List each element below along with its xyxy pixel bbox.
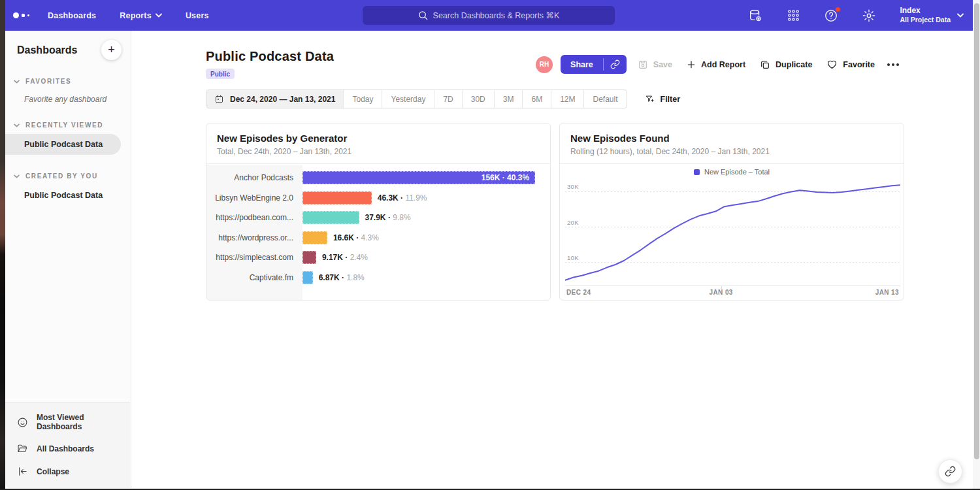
nav-reports[interactable]: Reports xyxy=(120,11,162,20)
bar[interactable]: 156K · 40.3% xyxy=(302,171,535,184)
save-label: Save xyxy=(653,60,672,69)
nav-users[interactable]: Users xyxy=(186,11,209,20)
section-recently-viewed-label: RECENTLY VIEWED xyxy=(25,122,103,129)
search-placeholder: Search Dashboards & Reports ⌘K xyxy=(433,10,560,20)
section-created-by-you[interactable]: CREATED BY YOU xyxy=(5,172,131,180)
chevron-down-icon xyxy=(14,123,20,127)
bar-track: 156K · 40.3% xyxy=(302,171,550,184)
legend-new-episode-total[interactable]: New Episode – Total xyxy=(560,165,904,179)
search-input[interactable]: Search Dashboards & Reports ⌘K xyxy=(363,6,615,25)
bar-value: 156K · 40.3% xyxy=(482,173,534,182)
gear-icon[interactable] xyxy=(862,8,876,23)
favorite-button[interactable]: Favorite xyxy=(819,55,882,74)
add-dashboard-button[interactable]: + xyxy=(101,40,122,60)
nav-dashboards[interactable]: Dashboards xyxy=(48,11,96,20)
bar[interactable] xyxy=(302,231,327,244)
line-chart-card: New Episodes Found Rolling (12 hours), t… xyxy=(559,123,904,301)
date-range-label: Dec 24, 2020 — Jan 13, 2021 xyxy=(230,95,335,104)
calendar-icon xyxy=(214,94,224,104)
preset-3m[interactable]: 3M xyxy=(494,90,523,108)
sidebar-item-public-podcast-data-2[interactable]: Public Podcast Data xyxy=(5,185,121,206)
bar-row: https://simplecast.com9.17K · 2.4% xyxy=(206,248,550,268)
preset-default[interactable]: Default xyxy=(583,90,626,108)
bar-category-label: https://wordpress.or... xyxy=(206,233,302,242)
plus-icon xyxy=(687,60,696,69)
section-recently-viewed[interactable]: RECENTLY VIEWED xyxy=(5,122,131,129)
x-tick-dec-24: DEC 24 xyxy=(566,289,591,296)
favorites-empty-text: Favorite any dashboard xyxy=(5,85,131,104)
preset-7d[interactable]: 7D xyxy=(434,90,461,108)
top-navigation-bar: Dashboards Reports Users Search Dashboar… xyxy=(5,0,973,31)
date-range-picker[interactable]: Dec 24, 2020 — Jan 13, 2021 xyxy=(206,90,343,108)
project-selector[interactable]: Index All Project Data xyxy=(900,6,964,24)
save-icon xyxy=(638,59,648,70)
bar-category-label: https://podbean.com... xyxy=(206,213,302,222)
bar-track: 37.9K · 9.8% xyxy=(302,211,550,224)
add-report-button[interactable]: Add Report xyxy=(679,55,753,74)
bar-category-label: Libsyn WebEngine 2.0 xyxy=(206,193,302,203)
preset-today[interactable]: Today xyxy=(343,90,382,108)
preset-yesterday[interactable]: Yesterday xyxy=(382,90,434,108)
section-created-by-you-label: CREATED BY YOU xyxy=(25,172,98,180)
bar-chart-card: New Episodes by Generator Total, Dec 24t… xyxy=(206,123,551,301)
all-dashboards-button[interactable]: All Dashboards xyxy=(5,437,130,460)
favorite-label: Favorite xyxy=(843,60,875,69)
duplicate-icon xyxy=(760,59,770,70)
apps-grid-icon[interactable] xyxy=(786,8,800,23)
bar[interactable] xyxy=(302,191,372,204)
bar-row: https://wordpress.or...16.6K · 4.3% xyxy=(206,228,550,248)
preset-6m[interactable]: 6M xyxy=(522,90,551,108)
scrollbar-thumb[interactable] xyxy=(974,3,979,459)
most-viewed-dashboards-button[interactable]: Most Viewed Dashboards xyxy=(5,407,130,437)
bar-row: Captivate.fm6.87K · 1.8% xyxy=(206,268,550,288)
public-badge: Public xyxy=(206,69,235,79)
background-window-strip xyxy=(0,0,5,490)
duplicate-button[interactable]: Duplicate xyxy=(753,55,819,74)
save-button[interactable]: Save xyxy=(630,55,679,74)
data-sources-icon[interactable] xyxy=(748,8,762,23)
sidebar-item-public-podcast-data[interactable]: Public Podcast Data xyxy=(5,134,121,155)
link-icon xyxy=(945,466,956,477)
bar-chart-title: New Episodes by Generator xyxy=(217,133,540,144)
section-favorites[interactable]: FAVORITES xyxy=(5,78,131,85)
chevron-down-icon xyxy=(14,80,20,84)
folder-icon xyxy=(17,443,28,454)
nav-reports-label: Reports xyxy=(120,11,152,20)
bar[interactable] xyxy=(302,211,359,224)
topbar-right-cluster: Index All Project Data xyxy=(748,0,964,31)
bar-track: 9.17K · 2.4% xyxy=(302,251,550,264)
avatar[interactable]: RH xyxy=(536,56,553,73)
preset-30d[interactable]: 30D xyxy=(462,90,494,108)
copy-link-button[interactable] xyxy=(604,55,627,74)
collapse-sidebar-button[interactable]: Collapse xyxy=(5,460,130,483)
x-tick-jan-03: JAN 03 xyxy=(710,289,733,296)
chevron-down-icon xyxy=(14,174,20,178)
bar-track: 16.6K · 4.3% xyxy=(302,231,550,244)
bar-category-label: https://simplecast.com xyxy=(206,253,302,262)
smiley-icon xyxy=(17,417,28,428)
bar[interactable] xyxy=(302,271,313,284)
bar[interactable] xyxy=(302,251,316,264)
more-options-button[interactable] xyxy=(882,55,904,74)
line-series-new-episode-total[interactable] xyxy=(565,185,900,280)
most-viewed-dashboards-label: Most Viewed Dashboards xyxy=(37,413,118,431)
get-link-floating-button[interactable] xyxy=(938,459,962,483)
share-button-group: Share xyxy=(561,55,627,74)
date-toolbar: Dec 24, 2020 — Jan 13, 2021 Today Yester… xyxy=(206,90,904,108)
preset-12m[interactable]: 12M xyxy=(551,90,583,108)
share-button[interactable]: Share xyxy=(561,55,603,74)
x-axis-labels: DEC 24 JAN 03 JAN 13 xyxy=(566,289,899,297)
project-name: Index xyxy=(900,6,951,16)
collapse-icon xyxy=(17,466,28,477)
legend-swatch xyxy=(694,169,700,175)
help-icon[interactable] xyxy=(824,8,838,23)
bar-row: https://podbean.com...37.9K · 9.8% xyxy=(206,208,550,228)
bar-value: 46.3K · 11.9% xyxy=(378,193,427,203)
project-subtitle: All Project Data xyxy=(900,16,951,24)
line-chart-plot[interactable]: 10K20K30K xyxy=(565,179,900,286)
logo-dot-small xyxy=(27,14,29,16)
bar-row: Anchor Podcasts156K · 40.3% xyxy=(206,168,550,188)
filter-button[interactable]: Filter xyxy=(645,94,681,104)
app-logo[interactable] xyxy=(13,12,29,18)
bar-chart-rows: Anchor Podcasts156K · 40.3%Libsyn WebEng… xyxy=(206,165,550,287)
